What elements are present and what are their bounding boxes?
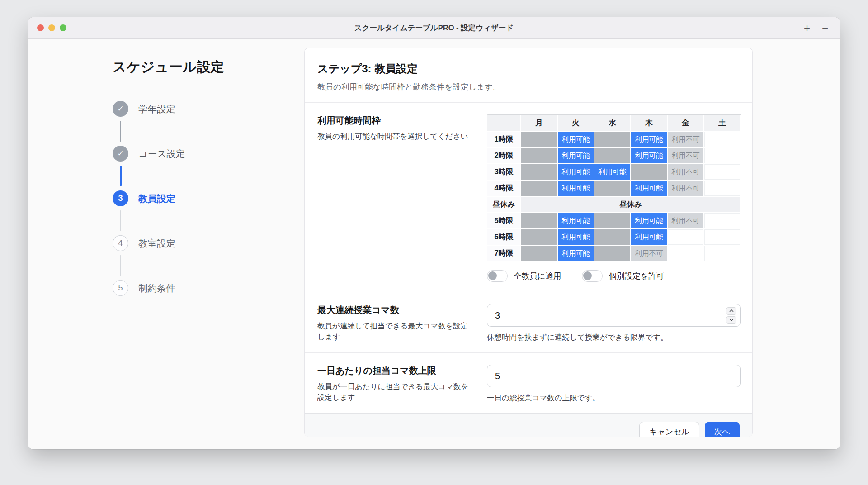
availability-cell-free[interactable] [668,229,704,246]
stepper-up-button[interactable] [726,307,736,315]
availability-cell-blocked[interactable] [594,148,631,164]
plus-icon[interactable]: + [804,23,810,33]
availability-cell-available[interactable]: 利用可能 [631,213,668,229]
availability-cell-available[interactable]: 利用可能 [558,148,594,164]
apply-all-toggle[interactable] [487,270,508,282]
step-label: 教室設定 [138,237,175,250]
section-title: 一日あたりの担当コマ数上限 [317,365,473,377]
availability-cell-blocked[interactable] [594,132,631,148]
availability-cell-free[interactable] [704,229,741,246]
day-header: 水 [594,115,631,132]
availability-cell-available[interactable]: 利用可能 [558,164,594,181]
day-header: 火 [558,115,594,132]
stepper-down-button[interactable] [726,316,736,324]
minus-icon[interactable]: − [822,23,828,33]
max-consecutive-input[interactable] [495,310,726,321]
input-helper-text: 休憩時間を挟まずに連続して授業ができる限界です。 [487,333,740,342]
availability-cell-blocked[interactable] [594,229,631,246]
availability-cell-unavailable[interactable]: 利用不可 [668,213,704,229]
input-helper-text: 一日の総授業コマ数の上限です。 [487,393,740,403]
availability-label-block: 利用可能時間枠 教員の利用可能な時間帯を選択してください [317,114,473,282]
title-bar: スクールタイムテーブルPRO - 設定ウィザード + − [28,17,840,39]
availability-cell-available[interactable]: 利用可能 [631,229,668,246]
availability-cell-blocked[interactable] [521,213,558,229]
step-item-constraints[interactable]: 5 制約条件 [113,280,304,296]
table-row: 5時限利用可能利用可能利用不可 [487,213,741,229]
availability-cell-available[interactable]: 利用可能 [558,132,594,148]
window-controls: + − [804,23,828,33]
availability-cell-unavailable[interactable]: 利用不可 [631,246,668,262]
step-connector [120,255,121,276]
availability-cell-unavailable[interactable]: 利用不可 [668,132,704,148]
max-consecutive-label-block: 最大連続授業コマ数 教員が連続して担当できる最大コマ数を設定します [317,304,473,342]
period-label: 3時限 [487,164,521,181]
wizard-sidebar: スケジュール設定 ✓ 学年設定 ✓ コース設定 3 教員設定 4 [28,39,304,449]
individual-settings-toggle[interactable] [582,270,603,282]
daily-limit-controls: 一日の総授業コマ数の上限です。 [487,365,740,403]
availability-cell-free[interactable] [704,246,741,262]
window-content: スケジュール設定 ✓ 学年設定 ✓ コース設定 3 教員設定 4 [28,39,840,449]
availability-cell-unavailable[interactable]: 利用不可 [668,148,704,164]
availability-cell-blocked[interactable] [521,181,558,197]
availability-cell-free[interactable] [704,148,741,164]
max-consecutive-controls: 休憩時間を挟まずに連続して授業ができる限界です。 [487,304,740,342]
table-row: 6時限利用可能利用可能 [487,229,741,246]
step-item-course-settings[interactable]: ✓ コース設定 [113,146,304,162]
availability-cell-available[interactable]: 利用可能 [631,132,668,148]
step-label: 制約条件 [138,282,175,295]
availability-controls: 月火水木金土 1時限利用可能利用可能利用不可2時限利用可能利用可能利用不可3時限… [487,114,740,282]
table-row: 4時限利用可能利用可能利用不可 [487,181,741,197]
section-title: 利用可能時間枠 [317,114,473,127]
step-connector [120,210,121,231]
daily-limit-input[interactable] [495,371,736,381]
step-number: 5 [113,280,128,296]
availability-cell-available[interactable]: 利用可能 [594,164,631,181]
daily-limit-input-box [487,365,741,387]
availability-cell-available[interactable]: 利用可能 [558,213,594,229]
cancel-button[interactable]: キャンセル [639,422,699,437]
table-row: 昼休み昼休み [487,197,741,213]
availability-cell-blocked[interactable] [521,132,558,148]
availability-cell-available[interactable]: 利用可能 [631,148,668,164]
chevron-up-icon [729,309,734,312]
availability-cell-blocked[interactable] [594,213,631,229]
availability-cell-free[interactable] [704,213,741,229]
table-row: 2時限利用可能利用可能利用不可 [487,148,741,164]
card-header: ステップ3: 教員設定 教員の利用可能な時間枠と勤務条件を設定します。 [305,48,752,102]
availability-cell-available[interactable]: 利用可能 [558,229,594,246]
availability-cell-available[interactable]: 利用可能 [631,181,668,197]
app-window: スクールタイムテーブルPRO - 設定ウィザード + − スケジュール設定 ✓ … [28,17,840,449]
availability-cell-blocked[interactable] [521,164,558,181]
step-item-grade-settings[interactable]: ✓ 学年設定 [113,101,304,117]
next-button[interactable]: 次へ [705,422,740,437]
chevron-down-icon [729,319,734,321]
availability-cell-available[interactable]: 利用可能 [558,246,594,262]
day-header: 月 [521,115,558,132]
period-label: 5時限 [487,213,521,229]
availability-cell-blocked[interactable] [594,181,631,197]
availability-cell-free[interactable] [704,164,741,181]
period-label: 7時限 [487,246,521,262]
availability-cell-free[interactable] [704,132,741,148]
availability-cell-blocked[interactable] [521,229,558,246]
availability-cell-unavailable[interactable]: 利用不可 [668,181,704,197]
section-title: 最大連続授業コマ数 [317,304,473,316]
corner-cell [487,115,521,132]
period-label: 1時限 [487,132,521,148]
availability-cell-blocked[interactable] [594,246,631,262]
availability-cell-blocked[interactable] [521,148,558,164]
step-item-teacher-settings[interactable]: 3 教員設定 [113,190,304,206]
availability-cell-blocked[interactable] [521,246,558,262]
toggle-label: 個別設定を許可 [609,271,664,281]
availability-cell-free[interactable] [704,181,741,197]
step-item-classroom-settings[interactable]: 4 教室設定 [113,235,304,251]
availability-cell-blocked[interactable] [631,164,668,181]
toggle-row: 全教員に適用 個別設定を許可 [487,270,740,282]
availability-cell-free[interactable] [668,246,704,262]
table-row: 1時限利用可能利用可能利用不可 [487,132,741,148]
availability-cell-available[interactable]: 利用可能 [558,181,594,197]
availability-cell-unavailable[interactable]: 利用不可 [668,164,704,181]
period-label: 昼休み [487,197,521,213]
toggle-label: 全教員に適用 [514,271,561,281]
step-label: 教員設定 [138,192,175,205]
